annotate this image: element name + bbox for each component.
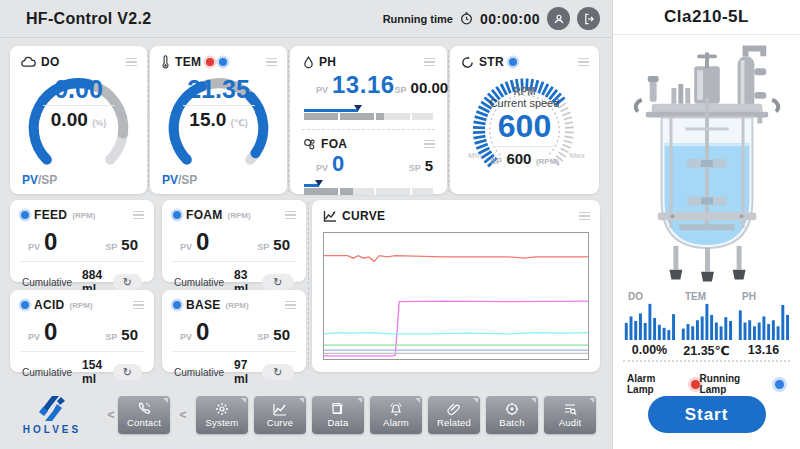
tem-status-dot xyxy=(219,58,227,66)
base-title: BASE xyxy=(186,298,221,312)
ph-progress-bar xyxy=(304,107,433,120)
tem-pv-value: 21.35 xyxy=(150,76,287,102)
str-menu-icon[interactable] xyxy=(578,58,589,67)
str-sp-value: 600 xyxy=(506,150,531,167)
tem-sp-value: 15.0 xyxy=(189,109,226,130)
running-time-value: 00:00:00 xyxy=(480,11,540,27)
feed-unit: (RPM) xyxy=(72,211,95,220)
metric-tem-barchart xyxy=(681,302,733,342)
metric-tem: TEM 21.35℃ xyxy=(678,291,735,358)
feed-sp-label: SP xyxy=(105,242,117,252)
nav-label-batch: Batch xyxy=(499,417,524,428)
foa-sp-value: 5 xyxy=(425,157,433,174)
foam-card: FOAM (RPM) PV 0 SP 50 Cumulative 83 ml ↻ xyxy=(162,200,306,282)
base-status-dot xyxy=(173,301,181,309)
target-icon xyxy=(505,402,519,416)
running-time-label: Running time xyxy=(383,13,453,25)
acid-reset-button[interactable]: ↻ xyxy=(113,364,142,380)
foa-title: FOA xyxy=(321,137,347,151)
metric-do: DO 0.00% xyxy=(621,291,678,358)
base-unit: (RPM) xyxy=(226,301,249,310)
foam-menu-icon[interactable] xyxy=(285,211,296,220)
curve-menu-icon[interactable] xyxy=(579,212,590,221)
str-sp-unit: (RPM) xyxy=(536,157,559,166)
feed-status-dot xyxy=(21,211,29,219)
metric-do-value: 0.00% xyxy=(632,343,667,357)
app-title: HF-Control V2.2 xyxy=(12,10,151,28)
acid-unit: (RPM) xyxy=(70,301,93,310)
nav-button-data[interactable]: Data xyxy=(312,396,364,434)
alarm-lamp-indicator xyxy=(691,380,700,389)
refresh-icon: ↻ xyxy=(273,277,282,288)
feed-title: FEED xyxy=(34,208,67,222)
foam-bubbles-icon xyxy=(303,138,316,150)
hf-control-app: HF-Control V2.2 Running time 00:00:00 DO… xyxy=(0,0,800,449)
documents-icon xyxy=(331,402,345,416)
str-value: 600 xyxy=(450,109,599,144)
base-cumulative-label: Cumulative xyxy=(174,367,224,378)
feed-menu-icon[interactable] xyxy=(133,211,144,220)
foam-sp-value: 50 xyxy=(273,236,290,253)
foam-title: FOAM xyxy=(186,208,223,222)
foa-pv-value: 0 xyxy=(332,151,345,177)
user-button[interactable] xyxy=(547,7,570,30)
foa-menu-icon[interactable] xyxy=(424,140,435,149)
feed-pv-label: PV xyxy=(28,242,40,252)
nav-button-batch[interactable]: Batch xyxy=(486,396,538,434)
do-card: DO 0.00 0.00 (%) PV/SP xyxy=(10,46,147,194)
acid-title: ACID xyxy=(34,298,65,312)
metric-tem-value: 21.35℃ xyxy=(683,343,729,358)
str-sp-label: SP xyxy=(490,156,502,166)
base-menu-icon[interactable] xyxy=(285,301,296,310)
str-max-label: Max xyxy=(569,151,585,160)
bell-icon xyxy=(389,402,403,416)
metric-ph-barchart xyxy=(738,302,790,342)
tem-menu-icon[interactable] xyxy=(266,58,277,67)
top-bar: HF-Control V2.2 Running time 00:00:00 xyxy=(0,0,612,38)
foam-reset-button[interactable]: ↻ xyxy=(262,274,294,290)
rotate-icon xyxy=(461,56,474,69)
separator xyxy=(148,50,149,192)
nav-button-contact[interactable]: Contact xyxy=(118,396,170,434)
user-icon xyxy=(552,12,566,26)
holves-logo[interactable]: HOLVES xyxy=(0,395,104,435)
curve-card: CURVE xyxy=(312,200,600,372)
collapse-chevron-left[interactable]: < xyxy=(104,408,118,422)
do-card-title: DO xyxy=(41,55,60,69)
cloud-icon xyxy=(21,56,36,68)
foam-unit: (RPM) xyxy=(228,211,251,220)
nav-button-system[interactable]: System xyxy=(196,396,248,434)
metric-ph-value: 13.16 xyxy=(748,343,779,357)
device-panel: Cla210-5L xyxy=(612,0,800,449)
logout-button[interactable] xyxy=(577,7,600,30)
base-pv-label: PV xyxy=(180,332,192,342)
collapse-chevron-right[interactable]: < xyxy=(176,408,190,422)
acid-menu-icon[interactable] xyxy=(133,301,144,310)
do-menu-icon[interactable] xyxy=(126,58,137,67)
foam-sp-label: SP xyxy=(257,242,269,252)
brand-name: HOLVES xyxy=(23,424,81,435)
str-status-dot xyxy=(509,58,517,66)
lamps-row: Alarm Lamp Running Lamp xyxy=(627,373,790,395)
feed-card: FEED (RPM) PV 0 SP 50 Cumulative 884 ml … xyxy=(10,200,154,282)
do-sp-value: 0.00 xyxy=(51,109,88,130)
nav-label-system: System xyxy=(206,417,239,428)
clock-icon xyxy=(460,12,473,25)
do-unit: (%) xyxy=(92,118,106,128)
feed-reset-button[interactable]: ↻ xyxy=(113,274,142,290)
nav-button-curve[interactable]: Curve xyxy=(254,396,306,434)
running-lamp-indicator xyxy=(775,380,784,389)
nav-button-related[interactable]: Related xyxy=(428,396,480,434)
refresh-icon: ↻ xyxy=(123,277,132,288)
ph-sp-value: 00.00 xyxy=(411,79,449,96)
gear-icon xyxy=(215,402,229,416)
base-card: BASE (RPM) PV 0 SP 50 Cumulative 97 ml ↻ xyxy=(162,290,306,372)
base-reset-button[interactable]: ↻ xyxy=(262,364,294,380)
ph-pv-label: PV xyxy=(316,85,328,95)
foam-pv-label: PV xyxy=(180,242,192,252)
nav-button-audit[interactable]: Audit xyxy=(544,396,596,434)
ph-menu-icon[interactable] xyxy=(424,58,435,67)
start-button[interactable]: Start xyxy=(648,396,766,433)
nav-button-alarm[interactable]: Alarm xyxy=(370,396,422,434)
ph-foa-card: PH PV 13.16 SP 00.00 FOA PV xyxy=(290,46,447,194)
